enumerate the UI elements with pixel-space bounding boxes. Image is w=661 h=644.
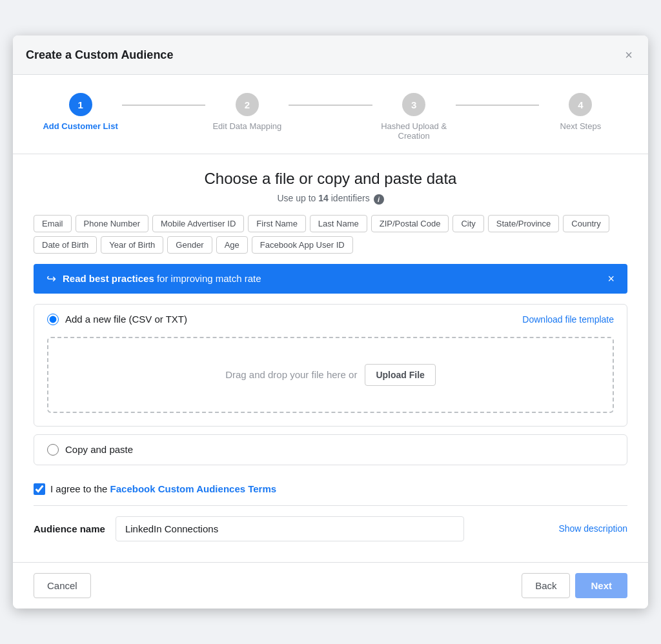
content-area: Choose a file or copy and paste data Use… xyxy=(13,154,648,561)
best-practices-banner: ↪ Read best practices for improving matc… xyxy=(34,264,627,294)
modal-body: 1 Add Customer List 2 Edit Data Mapping … xyxy=(13,75,648,561)
stepper: 1 Add Customer List 2 Edit Data Mapping … xyxy=(13,75,648,154)
step-1-label: Add Customer List xyxy=(43,121,117,131)
file-dropzone[interactable]: Drag and drop your file here or Upload F… xyxy=(47,337,614,413)
banner-arrow-icon: ↪ xyxy=(46,272,56,286)
cancel-button[interactable]: Cancel xyxy=(34,573,91,598)
step-1-circle: 1 xyxy=(69,93,92,116)
identifier-tag: Mobile Advertiser ID xyxy=(152,215,244,232)
step-3-label: Hashed Upload & Creation xyxy=(375,121,453,141)
create-custom-audience-modal: Create a Custom Audience × 1 Add Custome… xyxy=(13,35,648,608)
identifier-tag: ZIP/Postal Code xyxy=(371,215,449,232)
subtitle: Use up to 14 identifiers i xyxy=(34,193,627,204)
identifier-tag: Country xyxy=(563,215,609,232)
page-title: Choose a file or copy and paste data xyxy=(34,170,627,188)
subtitle-prefix: Use up to xyxy=(277,193,318,203)
step-2-label: Edit Data Mapping xyxy=(212,121,281,131)
identifier-tag: City xyxy=(453,215,483,232)
step-4-circle: 4 xyxy=(569,93,592,116)
identifier-tag: State/Province xyxy=(488,215,560,232)
modal-title: Create a Custom Audience xyxy=(26,48,173,62)
banner-text: Read best practices for improving match … xyxy=(63,273,261,284)
connector-3-4 xyxy=(456,105,539,106)
identifier-tag: Facebook App User ID xyxy=(252,236,353,254)
step-3: 3 Hashed Upload & Creation xyxy=(372,93,456,141)
step-2-circle: 2 xyxy=(236,93,259,116)
terms-checkbox[interactable] xyxy=(34,483,45,495)
step-1: 1 Add Customer List xyxy=(39,93,122,131)
option-new-file-radio[interactable] xyxy=(47,314,59,325)
banner-suffix: for improving match rate xyxy=(154,273,261,284)
step-2: 2 Edit Data Mapping xyxy=(205,93,289,131)
identifier-tag: First Name xyxy=(248,215,306,232)
modal-close-button[interactable]: × xyxy=(622,46,635,64)
modal-header: Create a Custom Audience × xyxy=(13,35,648,75)
upload-file-button[interactable]: Upload File xyxy=(365,364,435,386)
footer-right: Back Next xyxy=(522,573,627,598)
identifier-tag: Age xyxy=(216,236,248,254)
audience-name-row: Audience name Show description xyxy=(34,505,627,547)
show-description-link[interactable]: Show description xyxy=(558,523,627,534)
identifier-tag: Phone Number xyxy=(76,215,148,232)
step-3-circle: 3 xyxy=(402,93,425,116)
option-new-file-header[interactable]: Add a new file (CSV or TXT) Download fil… xyxy=(34,305,627,334)
option-new-file-card: Add a new file (CSV or TXT) Download fil… xyxy=(34,304,627,427)
info-icon[interactable]: i xyxy=(374,194,384,205)
identifier-count: 14 xyxy=(318,193,329,203)
option-new-file-label: Add a new file (CSV or TXT) xyxy=(65,314,187,325)
banner-close-button[interactable]: × xyxy=(607,273,615,285)
identifier-tag: Gender xyxy=(167,236,212,254)
subtitle-suffix: identifiers xyxy=(329,193,370,203)
banner-link[interactable]: Read best practices xyxy=(63,273,154,284)
terms-text-prefix: I agree to the xyxy=(50,483,110,494)
option-copy-paste-header[interactable]: Copy and paste xyxy=(34,435,627,465)
download-template-link[interactable]: Download file template xyxy=(522,314,614,325)
audience-name-input[interactable] xyxy=(116,516,464,541)
modal-footer: Cancel Back Next xyxy=(13,562,648,609)
option-copy-paste-radio[interactable] xyxy=(47,444,59,456)
step-4-label: Next Steps xyxy=(560,121,602,131)
identifier-tag: Date of Birth xyxy=(34,236,97,254)
terms-link[interactable]: Facebook Custom Audiences Terms xyxy=(110,483,277,494)
dropzone-text: Drag and drop your file here or xyxy=(225,369,357,380)
audience-name-label: Audience name xyxy=(34,523,105,534)
back-button[interactable]: Back xyxy=(522,573,570,598)
connector-2-3 xyxy=(289,105,372,106)
step-4: 4 Next Steps xyxy=(539,93,622,131)
option-copy-paste-card: Copy and paste xyxy=(34,434,627,465)
terms-text: I agree to the Facebook Custom Audiences… xyxy=(50,483,276,494)
connector-1-2 xyxy=(122,105,205,106)
next-button[interactable]: Next xyxy=(575,573,627,598)
identifier-tag: Email xyxy=(34,215,72,232)
identifier-tag: Last Name xyxy=(310,215,367,232)
identifier-grid: EmailPhone NumberMobile Advertiser IDFir… xyxy=(34,215,627,254)
option-copy-paste-label: Copy and paste xyxy=(65,444,133,455)
identifier-tag: Year of Birth xyxy=(101,236,163,254)
banner-left: ↪ Read best practices for improving matc… xyxy=(46,272,261,286)
terms-row: I agree to the Facebook Custom Audiences… xyxy=(34,473,627,500)
